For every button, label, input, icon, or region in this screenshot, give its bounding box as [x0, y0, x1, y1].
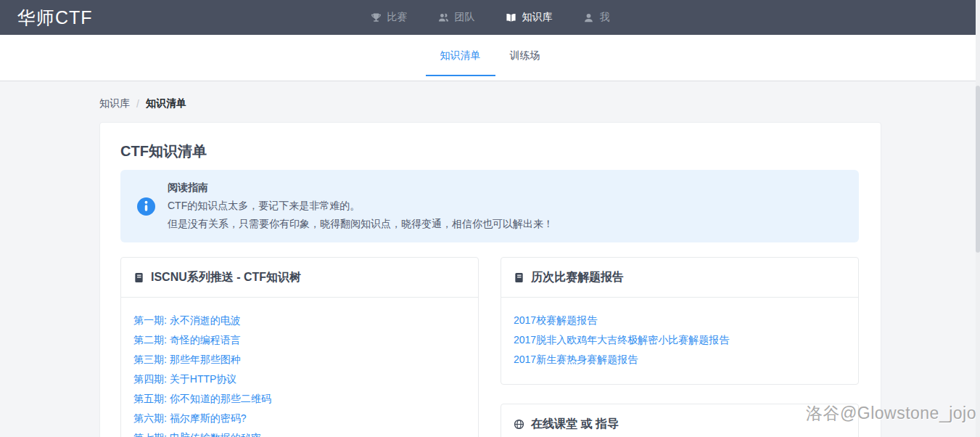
tab-training-ground[interactable]: 训练场 — [495, 35, 555, 76]
reading-guide-alert: 阅读指南 CTF的知识点太多，要记下来是非常难的。 但是没有关系，只需要你有印象… — [120, 170, 859, 242]
nav-item-competition[interactable]: 比赛 — [355, 0, 423, 35]
series-link[interactable]: 第二期: 奇怪的编程语言 — [133, 330, 466, 350]
reports-card-header: 历次比赛解题报告 — [501, 258, 858, 298]
scrollbar[interactable] — [976, 0, 980, 437]
cards-row: ISCNU系列推送 - CTF知识树 第一期: 永不消逝的电波 第二期: 奇怪的… — [120, 257, 859, 437]
reports-card-body: 2017校赛解题报告 2017脱非入欧鸡年大吉终极解密小比赛解题报告 2017新… — [501, 298, 858, 384]
online-card-header: 在线课堂 或 指导 — [501, 404, 858, 437]
nav-item-label: 我 — [600, 11, 610, 24]
breadcrumb: 知识库 / 知识清单 — [99, 97, 980, 111]
tabs-bar: 知识清单 训练场 — [0, 35, 980, 81]
nav-item-me[interactable]: 我 — [568, 0, 625, 35]
book-icon — [506, 12, 516, 23]
alert-line-2: 但是没有关系，只需要你有印象，晓得翻阅知识点，晓得变通，相信你也可以解出来！ — [168, 215, 553, 233]
reports-card: 历次比赛解题报告 2017校赛解题报告 2017脱非入欧鸡年大吉终极解密小比赛解… — [501, 257, 859, 385]
team-icon — [438, 12, 449, 23]
series-card: ISCNU系列推送 - CTF知识树 第一期: 永不消逝的电波 第二期: 奇怪的… — [120, 257, 479, 437]
user-icon — [583, 12, 594, 23]
series-card-body: 第一期: 永不消逝的电波 第二期: 奇怪的编程语言 第三期: 那些年那些图种 第… — [121, 298, 478, 437]
series-card-title: ISCNU系列推送 - CTF知识树 — [151, 270, 301, 285]
nav-item-label: 比赛 — [387, 11, 408, 24]
info-icon — [137, 197, 155, 216]
main-nav: 比赛 团队 知识库 我 — [355, 0, 625, 35]
main-panel: CTF知识清单 阅读指南 CTF的知识点太多，要记下来是非常难的。 但是没有关系… — [99, 122, 881, 437]
online-card: 在线课堂 或 指导 — [501, 404, 859, 437]
nav-item-label: 知识库 — [522, 11, 553, 24]
series-link[interactable]: 第一期: 永不消逝的电波 — [133, 311, 466, 330]
journal-icon — [133, 272, 144, 283]
series-link[interactable]: 第七期: 电脑传输数据的秘密 — [133, 428, 466, 437]
series-card-header: ISCNU系列推送 - CTF知识树 — [121, 258, 478, 298]
reports-card-title: 历次比赛解题报告 — [531, 270, 624, 285]
report-link[interactable]: 2017脱非入欧鸡年大吉终极解密小比赛解题报告 — [514, 330, 846, 350]
page-title: CTF知识清单 — [120, 142, 859, 161]
alert-line-1: CTF的知识点太多，要记下来是非常难的。 — [168, 197, 553, 215]
series-link[interactable]: 第六期: 福尔摩斯的密码? — [133, 409, 466, 428]
alert-text: 阅读指南 CTF的知识点太多，要记下来是非常难的。 但是没有关系，只需要你有印象… — [168, 179, 553, 233]
breadcrumb-current: 知识清单 — [146, 97, 186, 110]
globe-icon — [514, 419, 524, 430]
nav-item-label: 团队 — [455, 11, 475, 24]
brand-logo[interactable]: 华师CTF — [17, 6, 93, 30]
tab-knowledge-list[interactable]: 知识清单 — [426, 35, 495, 76]
alert-title: 阅读指南 — [168, 179, 553, 195]
nav-item-knowledge-base[interactable]: 知识库 — [490, 0, 568, 35]
nav-item-team[interactable]: 团队 — [423, 0, 490, 35]
series-link[interactable]: 第四期: 关于HTTP协议 — [133, 369, 466, 389]
breadcrumb-knowledge-base[interactable]: 知识库 — [99, 97, 130, 110]
online-card-title: 在线课堂 或 指导 — [531, 417, 619, 432]
scrollbar-thumb[interactable] — [976, 86, 980, 253]
series-link[interactable]: 第三期: 那些年那些图种 — [133, 350, 466, 369]
journal-icon — [514, 272, 524, 283]
report-link[interactable]: 2017校赛解题报告 — [514, 311, 846, 330]
report-link[interactable]: 2017新生赛热身赛解题报告 — [514, 350, 846, 369]
breadcrumb-separator: / — [136, 98, 139, 110]
top-navbar: 华师CTF 比赛 团队 知识库 我 — [0, 0, 980, 35]
right-column: 历次比赛解题报告 2017校赛解题报告 2017脱非入欧鸡年大吉终极解密小比赛解… — [501, 257, 859, 437]
series-link[interactable]: 第五期: 你不知道的那些二维码 — [133, 389, 466, 409]
trophy-icon — [371, 12, 382, 23]
